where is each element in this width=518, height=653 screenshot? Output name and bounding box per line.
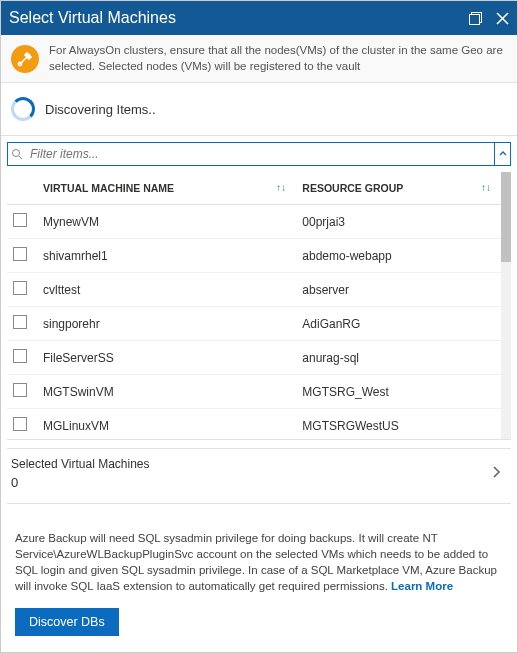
selected-summary[interactable]: Selected Virtual Machines 0 bbox=[7, 448, 511, 504]
col-vm-name-label: VIRTUAL MACHINE NAME bbox=[43, 182, 174, 194]
titlebar-controls bbox=[469, 12, 509, 25]
selected-count: 0 bbox=[11, 473, 150, 493]
chevron-right-icon[interactable] bbox=[491, 465, 507, 482]
table-row[interactable]: MGLinuxVMMGTSRGWestUS bbox=[7, 409, 501, 441]
row-checkbox[interactable] bbox=[13, 349, 27, 363]
row-resource-group: MGTSRG_West bbox=[296, 375, 501, 409]
row-resource-group: anurag-sql bbox=[296, 341, 501, 375]
dialog-title: Select Virtual Machines bbox=[9, 9, 469, 27]
row-resource-group: AdiGanRG bbox=[296, 307, 501, 341]
col-checkbox bbox=[7, 172, 37, 205]
footer: Azure Backup will need SQL sysadmin priv… bbox=[1, 516, 517, 652]
row-checkbox-cell bbox=[7, 273, 37, 307]
row-checkbox[interactable] bbox=[13, 213, 27, 227]
svg-line-6 bbox=[19, 156, 22, 159]
row-checkbox-cell bbox=[7, 205, 37, 239]
sort-icon[interactable]: ↑↓ bbox=[276, 182, 286, 193]
row-checkbox[interactable] bbox=[13, 383, 27, 397]
row-vm-name: cvlttest bbox=[37, 273, 296, 307]
scrollbar-track[interactable] bbox=[501, 172, 511, 439]
titlebar: Select Virtual Machines bbox=[1, 1, 517, 35]
col-rg-label: RESOURCE GROUP bbox=[302, 182, 403, 194]
svg-point-5 bbox=[13, 150, 20, 157]
col-resource-group[interactable]: RESOURCE GROUP ↑↓ bbox=[296, 172, 501, 205]
col-vm-name[interactable]: VIRTUAL MACHINE NAME ↑↓ bbox=[37, 172, 296, 205]
vm-table: VIRTUAL MACHINE NAME ↑↓ RESOURCE GROUP ↑… bbox=[7, 172, 501, 440]
row-checkbox[interactable] bbox=[13, 315, 27, 329]
learn-more-link[interactable]: Learn More bbox=[391, 580, 453, 592]
table-row[interactable]: MGTSwinVMMGTSRG_West bbox=[7, 375, 501, 409]
row-checkbox[interactable] bbox=[13, 247, 27, 261]
discover-dbs-button[interactable]: Discover DBs bbox=[15, 608, 119, 636]
row-vm-name: shivamrhel1 bbox=[37, 239, 296, 273]
scrollbar-thumb[interactable] bbox=[501, 172, 511, 262]
discovery-banner: Discovering Items.. bbox=[1, 83, 517, 136]
row-vm-name: singporehr bbox=[37, 307, 296, 341]
close-icon[interactable] bbox=[496, 12, 509, 25]
spinner-icon bbox=[11, 97, 35, 121]
row-vm-name: MGTSwinVM bbox=[37, 375, 296, 409]
discovery-text: Discovering Items.. bbox=[45, 102, 156, 117]
row-resource-group: abdemo-webapp bbox=[296, 239, 501, 273]
footer-text: Azure Backup will need SQL sysadmin priv… bbox=[15, 530, 503, 594]
collapse-filter-icon[interactable] bbox=[494, 143, 510, 165]
row-checkbox-cell bbox=[7, 375, 37, 409]
row-checkbox[interactable] bbox=[13, 417, 27, 431]
table-row[interactable]: singporehrAdiGanRG bbox=[7, 307, 501, 341]
row-checkbox-cell bbox=[7, 341, 37, 375]
table-row[interactable]: cvlttestabserver bbox=[7, 273, 501, 307]
filter-input[interactable] bbox=[26, 145, 494, 163]
info-text: For AlwaysOn clusters, ensure that all t… bbox=[49, 43, 507, 74]
search-icon bbox=[8, 148, 26, 160]
filter-bar bbox=[7, 142, 511, 166]
info-banner: For AlwaysOn clusters, ensure that all t… bbox=[1, 35, 517, 83]
row-resource-group: MGTSRGWestUS bbox=[296, 409, 501, 441]
row-checkbox-cell bbox=[7, 307, 37, 341]
table-row[interactable]: shivamrhel1abdemo-webapp bbox=[7, 239, 501, 273]
svg-rect-1 bbox=[470, 14, 480, 24]
row-checkbox-cell bbox=[7, 239, 37, 273]
tools-icon bbox=[11, 45, 39, 73]
selected-left: Selected Virtual Machines 0 bbox=[11, 455, 150, 493]
row-vm-name: MynewVM bbox=[37, 205, 296, 239]
table-row[interactable]: FileServerSSanurag-sql bbox=[7, 341, 501, 375]
restore-window-icon[interactable] bbox=[469, 12, 482, 25]
row-resource-group: abserver bbox=[296, 273, 501, 307]
row-checkbox[interactable] bbox=[13, 281, 27, 295]
table-row[interactable]: MynewVM00prjai3 bbox=[7, 205, 501, 239]
row-resource-group: 00prjai3 bbox=[296, 205, 501, 239]
row-checkbox-cell bbox=[7, 409, 37, 441]
sort-icon[interactable]: ↑↓ bbox=[481, 182, 491, 193]
selected-label: Selected Virtual Machines bbox=[11, 455, 150, 473]
row-vm-name: MGLinuxVM bbox=[37, 409, 296, 441]
row-vm-name: FileServerSS bbox=[37, 341, 296, 375]
vm-table-wrap: VIRTUAL MACHINE NAME ↑↓ RESOURCE GROUP ↑… bbox=[7, 172, 511, 440]
